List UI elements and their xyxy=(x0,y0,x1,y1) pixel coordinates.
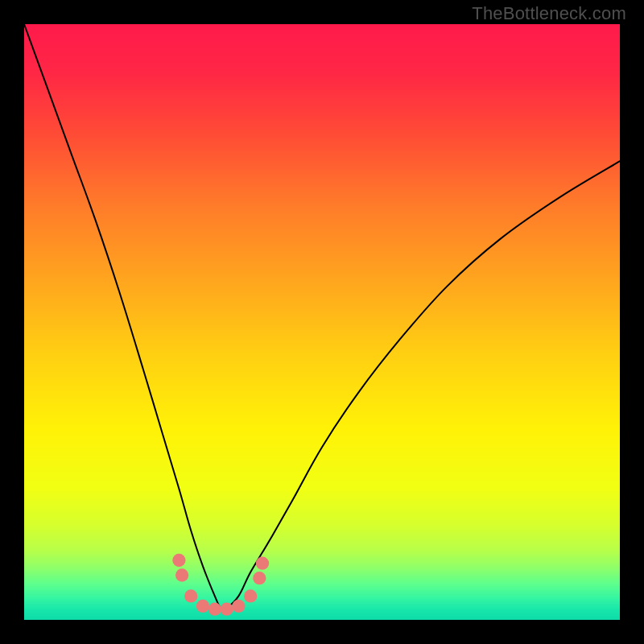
svg-point-6 xyxy=(232,600,245,613)
svg-point-7 xyxy=(244,589,257,602)
plot-area xyxy=(24,24,620,620)
svg-point-8 xyxy=(253,572,266,584)
svg-point-3 xyxy=(196,600,209,613)
svg-point-5 xyxy=(220,603,233,616)
sample-dots xyxy=(24,24,620,620)
svg-point-0 xyxy=(172,554,185,567)
watermark-text: TheBottleneck.com xyxy=(472,3,626,24)
svg-point-1 xyxy=(175,568,188,581)
chart-frame: TheBottleneck.com xyxy=(0,0,644,644)
svg-point-4 xyxy=(208,603,221,616)
svg-point-9 xyxy=(256,557,269,570)
svg-point-2 xyxy=(184,589,197,602)
